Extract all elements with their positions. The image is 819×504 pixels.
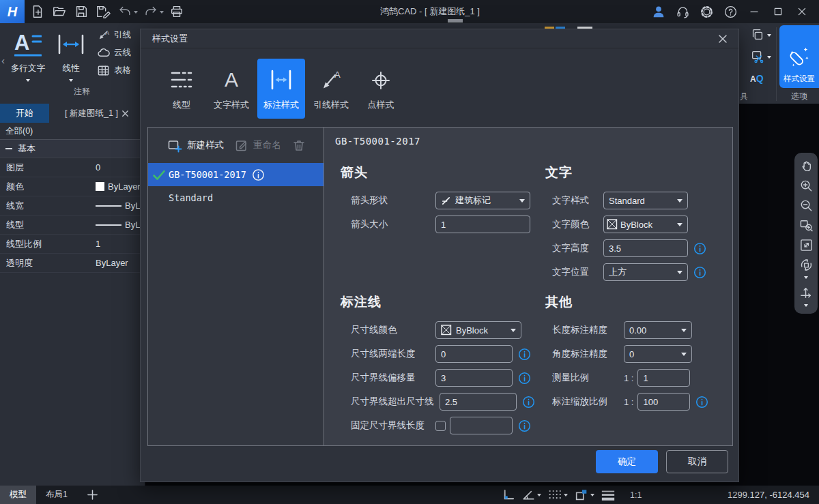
osnap-dropdown-caret[interactable]: [590, 494, 594, 499]
arrow-size-input[interactable]: [435, 216, 530, 233]
grid-dropdown-caret[interactable]: [564, 494, 568, 499]
add-layout-button[interactable]: [87, 489, 98, 501]
dim-scale-input[interactable]: [637, 393, 690, 411]
dimline-ends-input[interactable]: [435, 345, 513, 363]
cancel-button[interactable]: 取消: [666, 450, 728, 473]
save-button[interactable]: [72, 3, 90, 20]
redo-dropdown-caret[interactable]: [160, 11, 164, 16]
style-info-icon[interactable]: [252, 168, 265, 181]
copy-tool-button[interactable]: [750, 26, 771, 44]
dialog-titlebar[interactable]: 样式设置: [141, 29, 738, 48]
revision-cloud-button[interactable]: 云线: [97, 46, 131, 59]
app-logo[interactable]: H: [0, 0, 25, 23]
measure-scale-input[interactable]: [637, 369, 690, 387]
new-style-button[interactable]: 新建样式: [167, 138, 224, 153]
basic-section-header[interactable]: 基本: [0, 140, 145, 158]
move-axes-button[interactable]: [798, 284, 814, 301]
find-text-button[interactable]: AQ: [750, 70, 771, 87]
property-row[interactable]: 颜色 ByLayer: [0, 177, 145, 196]
info-icon[interactable]: [693, 242, 706, 255]
delete-style-button[interactable]: [292, 138, 306, 152]
clip-tool-button[interactable]: [750, 48, 771, 65]
open-file-button[interactable]: [51, 3, 68, 20]
style-list-item-standard[interactable]: Standard: [148, 186, 324, 209]
maximize-button[interactable]: [769, 3, 787, 20]
style-list-item-gb[interactable]: GB-T50001-2017: [148, 163, 324, 186]
zoom-window-button[interactable]: [798, 217, 814, 233]
lineweight-toggle[interactable]: [601, 488, 616, 502]
property-row[interactable]: 线型比例 1: [0, 235, 145, 254]
minimize-button[interactable]: [745, 3, 763, 20]
selection-filter-dropdown[interactable]: 全部(0): [0, 123, 145, 140]
polar-tracking-toggle[interactable]: [521, 488, 541, 502]
length-precision-dropdown[interactable]: 0.00: [624, 321, 692, 339]
copy-dropdown-caret[interactable]: [767, 34, 771, 39]
orbit-button[interactable]: [798, 256, 814, 273]
property-row[interactable]: 图层 0: [0, 158, 145, 177]
osnap-toggle[interactable]: [574, 488, 594, 503]
extline-extend-input[interactable]: [440, 393, 517, 411]
property-row[interactable]: 线型 ByLayer: [0, 216, 145, 235]
leader-button[interactable]: A 引线: [97, 29, 131, 42]
text-height-input[interactable]: [603, 239, 688, 257]
tab-close-icon[interactable]: [121, 109, 130, 118]
info-icon[interactable]: [518, 372, 531, 385]
linear-dim-dropdown-caret[interactable]: [69, 79, 73, 84]
property-row[interactable]: 透明度 ByLayer: [0, 254, 145, 273]
help-icon[interactable]: [721, 3, 739, 20]
ortho-toggle[interactable]: [501, 488, 515, 502]
redo-button[interactable]: [143, 4, 164, 19]
info-icon[interactable]: [695, 396, 708, 409]
support-headset-icon[interactable]: [674, 3, 691, 20]
orbit-dropdown-caret[interactable]: [804, 276, 808, 281]
close-button[interactable]: [793, 3, 811, 20]
tab-point-style[interactable]: 点样式: [357, 59, 405, 119]
info-icon[interactable]: [693, 266, 706, 279]
fixed-extline-checkbox[interactable]: [435, 421, 446, 431]
save-as-button[interactable]: [94, 3, 112, 20]
settings-gear-icon[interactable]: [698, 3, 715, 20]
tab-linetype[interactable]: 线型: [158, 59, 205, 119]
pan-hand-button[interactable]: [798, 158, 814, 174]
tab-leader-style[interactable]: A 引线样式: [307, 59, 355, 119]
tab-dimension-style[interactable]: 标注样式: [257, 59, 305, 119]
fixed-extline-input[interactable]: [450, 417, 513, 434]
text-style-dropdown[interactable]: Standard: [603, 192, 688, 209]
angle-precision-dropdown[interactable]: 0: [624, 345, 692, 363]
user-avatar[interactable]: [650, 3, 667, 20]
info-icon[interactable]: [518, 348, 531, 361]
zoom-out-button[interactable]: [798, 197, 814, 213]
mtext-dropdown-caret[interactable]: [26, 79, 30, 84]
panel-collapse-chevron-icon[interactable]: ‹: [1, 55, 5, 66]
extline-offset-input[interactable]: [435, 369, 513, 387]
clip-dropdown-caret[interactable]: [767, 56, 771, 61]
property-row[interactable]: 线宽 ByLayer: [0, 196, 145, 216]
move-axes-dropdown-caret[interactable]: [804, 304, 808, 309]
rename-style-button[interactable]: 重命名: [235, 138, 281, 152]
mtext-button[interactable]: A 多行文字: [7, 28, 49, 104]
info-icon[interactable]: [518, 419, 531, 432]
new-file-button[interactable]: [29, 3, 46, 20]
dialog-close-button[interactable]: [715, 31, 730, 46]
tab-text-style[interactable]: A 文字样式: [207, 59, 255, 119]
layout1-tab[interactable]: 布局1: [36, 486, 77, 504]
text-color-dropdown[interactable]: ByBlock: [603, 216, 688, 233]
style-settings-button[interactable]: 样式设置: [779, 25, 819, 88]
dimline-color-dropdown[interactable]: ByBlock: [435, 321, 521, 339]
model-tab[interactable]: 模型: [0, 486, 36, 504]
tab-drawing[interactable]: [ 新建图纸_1 ]: [49, 104, 145, 123]
undo-dropdown-caret[interactable]: [134, 11, 138, 16]
tab-start[interactable]: 开始: [0, 104, 49, 123]
undo-button[interactable]: [117, 4, 138, 19]
polar-dropdown-caret[interactable]: [537, 494, 541, 499]
zoom-extents-button[interactable]: [798, 237, 814, 253]
info-icon[interactable]: [522, 396, 535, 409]
table-button[interactable]: 表格: [97, 64, 131, 77]
zoom-in-button[interactable]: [798, 177, 814, 194]
grid-toggle[interactable]: [547, 488, 568, 502]
ok-button[interactable]: 确定: [596, 450, 658, 473]
text-position-dropdown[interactable]: 上方: [603, 263, 688, 281]
print-button[interactable]: [168, 3, 186, 20]
annotation-scale[interactable]: 1:1: [630, 490, 642, 500]
arrow-shape-dropdown[interactable]: 建筑标记: [435, 192, 530, 209]
